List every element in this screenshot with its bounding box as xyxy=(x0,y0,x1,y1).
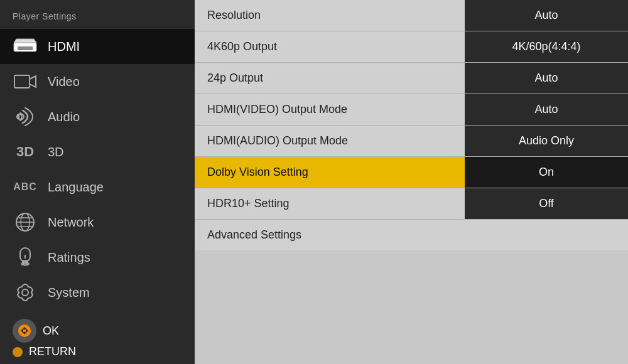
svg-rect-3 xyxy=(14,75,30,88)
settings-label-4k60p: 4K60p Output xyxy=(195,31,465,62)
settings-label-advanced: Advanced Settings xyxy=(195,220,628,250)
settings-panel: ResolutionAuto4K60p Output4K/60p(4:4:4)2… xyxy=(195,0,628,364)
3d-icon: 3D xyxy=(13,142,38,162)
sidebar-item-ratings[interactable]: Ratings xyxy=(0,240,195,275)
nav-circle-inner xyxy=(18,324,31,337)
sidebar-item-3d[interactable]: 3D 3D xyxy=(0,134,195,169)
return-row[interactable]: RETURN xyxy=(13,345,182,358)
settings-row-4k60p[interactable]: 4K60p Output4K/60p(4:4:4) xyxy=(195,31,628,63)
settings-row-resolution[interactable]: ResolutionAuto xyxy=(195,0,628,31)
sidebar-item-ratings-label: Ratings xyxy=(48,250,90,265)
settings-value-hdmi-audio: Audio Only xyxy=(465,126,628,156)
settings-value-dolby: On xyxy=(465,157,628,188)
svg-rect-6 xyxy=(17,114,19,119)
sidebar-item-video[interactable]: Video xyxy=(0,64,195,99)
video-icon xyxy=(13,72,38,92)
svg-rect-19 xyxy=(23,329,26,332)
ok-row[interactable]: OK xyxy=(13,319,182,343)
sidebar-item-system[interactable]: System xyxy=(0,275,195,310)
hdmi-icon xyxy=(13,36,38,56)
settings-row-advanced[interactable]: Advanced Settings xyxy=(195,220,628,250)
svg-point-20 xyxy=(15,350,20,355)
return-label: RETURN xyxy=(29,345,76,358)
sidebar-footer: OK RETURN xyxy=(0,310,195,364)
settings-value-resolution: Auto xyxy=(465,0,628,31)
ratings-icon xyxy=(13,247,38,267)
sidebar-item-hdmi[interactable]: HDMI xyxy=(0,29,195,64)
sidebar-item-system-label: System xyxy=(48,286,90,300)
settings-value-4k60p: 4K/60p(4:4:4) xyxy=(465,31,628,62)
sidebar-item-audio-label: Audio xyxy=(48,110,80,124)
ok-label: OK xyxy=(43,324,59,338)
sidebar-item-network[interactable]: Network xyxy=(0,205,195,240)
svg-marker-4 xyxy=(30,76,36,87)
nav-circle xyxy=(13,319,36,343)
sidebar-item-hdmi-label: HDMI xyxy=(48,40,80,54)
sidebar-item-audio[interactable]: Audio xyxy=(0,99,195,134)
svg-marker-2 xyxy=(14,39,36,43)
sidebar-item-language-label: Language xyxy=(48,180,104,195)
network-icon xyxy=(13,212,38,232)
settings-label-hdr10: HDR10+ Setting xyxy=(195,188,465,219)
settings-row-dolby[interactable]: Dolby Vision SettingOn xyxy=(195,157,628,188)
settings-row-hdr10[interactable]: HDR10+ SettingOff xyxy=(195,188,628,220)
settings-value-hdmi-video: Auto xyxy=(465,94,628,125)
audio-icon xyxy=(13,107,38,127)
sidebar-item-network-label: Network xyxy=(48,215,94,230)
settings-label-hdmi-video: HDMI(VIDEO) Output Mode xyxy=(195,94,465,125)
settings-value-24p: Auto xyxy=(465,63,628,94)
sidebar-item-3d-label: 3D xyxy=(48,145,64,159)
app-title: Player Settings xyxy=(0,0,195,29)
system-icon xyxy=(13,282,38,302)
svg-point-17 xyxy=(22,289,28,296)
settings-label-resolution: Resolution xyxy=(195,0,465,31)
settings-label-24p: 24p Output xyxy=(195,63,465,94)
sidebar-item-video-label: Video xyxy=(48,75,80,89)
settings-label-dolby: Dolby Vision Setting xyxy=(195,157,465,188)
svg-rect-1 xyxy=(18,46,33,50)
sidebar: Player Settings HDMI Video xyxy=(0,0,195,364)
language-icon: ABC xyxy=(13,177,38,197)
return-dot xyxy=(13,347,23,357)
settings-list: ResolutionAuto4K60p Output4K/60p(4:4:4)2… xyxy=(195,0,628,250)
settings-value-hdr10: Off xyxy=(465,188,628,219)
settings-row-hdmi-video[interactable]: HDMI(VIDEO) Output ModeAuto xyxy=(195,94,628,126)
settings-row-hdmi-audio[interactable]: HDMI(AUDIO) Output ModeAudio Only xyxy=(195,126,628,157)
settings-row-24p[interactable]: 24p OutputAuto xyxy=(195,63,628,94)
sidebar-item-language[interactable]: ABC Language xyxy=(0,169,195,205)
settings-label-hdmi-audio: HDMI(AUDIO) Output Mode xyxy=(195,126,465,156)
